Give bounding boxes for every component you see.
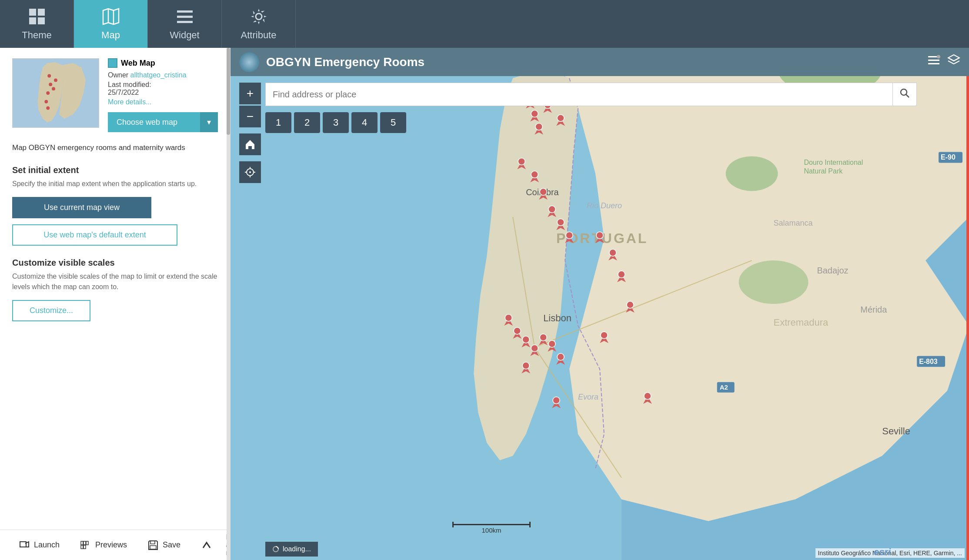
modified-line: Last modified: 25/7/2022 xyxy=(108,81,218,97)
svg-point-16 xyxy=(44,100,48,103)
home-button[interactable] xyxy=(239,133,261,155)
svg-text:A2: A2 xyxy=(720,383,728,391)
nav-map[interactable]: Map xyxy=(74,0,148,48)
svg-text:Mérida: Mérida xyxy=(860,305,887,314)
tab-1[interactable]: 1 xyxy=(265,112,291,133)
svg-point-88 xyxy=(557,219,564,226)
more-details-link[interactable]: More details... xyxy=(108,98,218,106)
launch-button[interactable]: Launch xyxy=(9,540,70,550)
zoom-in-button[interactable]: + xyxy=(239,83,261,104)
nav-widget-label: Widget xyxy=(170,30,199,41)
nav-attribute-label: Attribute xyxy=(241,30,277,41)
nav-widget[interactable]: Widget xyxy=(148,0,222,48)
scale-bar: 100km xyxy=(452,524,531,534)
tab-3[interactable]: 3 xyxy=(323,112,349,133)
svg-point-31 xyxy=(937,55,940,59)
svg-rect-6 xyxy=(177,10,193,13)
svg-text:E-90: E-90 xyxy=(941,153,956,161)
svg-text:E-803: E-803 xyxy=(919,358,938,365)
svg-line-128 xyxy=(906,94,909,97)
layers-icon-button[interactable] xyxy=(947,54,960,70)
list-icon-button[interactable] xyxy=(927,54,940,70)
nav-theme-label: Theme xyxy=(22,30,51,41)
svg-marker-33 xyxy=(948,58,959,61)
menu-toggle-button[interactable] xyxy=(191,540,222,550)
app-title: OBGYN Emergency Rooms xyxy=(266,55,920,69)
home-icon xyxy=(244,139,256,150)
search-button[interactable] xyxy=(892,83,916,106)
esri-logo: esri xyxy=(874,547,891,558)
svg-point-86 xyxy=(548,206,555,213)
main-area: Web Map Owner allthatgeo_cristina Last m… xyxy=(0,48,969,560)
previews-button[interactable]: Previews xyxy=(70,540,137,550)
chevron-up-icon xyxy=(201,540,212,550)
svg-point-127 xyxy=(901,89,907,95)
web-map-icon xyxy=(108,58,117,68)
svg-text:Douro International: Douro International xyxy=(804,159,863,166)
web-map-label: Web Map xyxy=(108,58,218,68)
owner-link[interactable]: allthatgeo_cristina xyxy=(130,71,187,79)
map-area[interactable]: OBGYN Emergency Rooms xyxy=(231,48,969,560)
scale-line xyxy=(452,524,531,525)
location-icon xyxy=(244,167,256,178)
svg-point-100 xyxy=(540,334,547,341)
map-info-section: Web Map Owner allthatgeo_cristina Last m… xyxy=(12,58,218,132)
choose-web-map-group: Choose web map ▾ xyxy=(108,112,218,132)
use-current-view-button[interactable]: Use current map view xyxy=(12,197,151,218)
svg-rect-23 xyxy=(86,541,88,545)
svg-rect-7 xyxy=(177,16,193,18)
svg-point-122 xyxy=(249,171,251,173)
scroll-thumb[interactable] xyxy=(227,48,230,135)
nav-theme[interactable]: Theme xyxy=(0,0,74,48)
svg-point-82 xyxy=(531,171,538,178)
svg-text:Natural Park: Natural Park xyxy=(804,167,842,175)
svg-point-42 xyxy=(739,260,809,304)
number-tabs: 1 2 3 4 5 xyxy=(265,112,406,133)
location-button[interactable] xyxy=(239,161,261,183)
choose-web-map-button[interactable]: Choose web map xyxy=(108,112,200,132)
svg-point-13 xyxy=(47,74,51,78)
loading-icon xyxy=(272,546,279,553)
svg-rect-3 xyxy=(38,17,45,24)
customize-button[interactable]: Customize... xyxy=(12,300,90,321)
use-default-extent-button[interactable]: Use web map's default extent xyxy=(12,224,177,246)
zoom-out-button[interactable]: − xyxy=(239,106,261,127)
nav-map-label: Map xyxy=(101,30,120,41)
map-details: Web Map Owner allthatgeo_cristina Last m… xyxy=(108,58,218,132)
svg-point-92 xyxy=(505,314,512,321)
search-input[interactable] xyxy=(266,84,892,105)
tab-4[interactable]: 4 xyxy=(351,112,378,133)
search-icon xyxy=(900,88,909,98)
svg-point-94 xyxy=(514,327,521,334)
set-extent-title: Set initial extent xyxy=(12,165,218,175)
launch-icon xyxy=(19,540,30,550)
svg-point-120 xyxy=(644,393,651,400)
svg-point-98 xyxy=(531,345,538,352)
svg-text:Salamanca: Salamanca xyxy=(774,219,813,227)
map-icon xyxy=(101,7,120,26)
set-extent-desc: Specify the initial map extent when the … xyxy=(12,179,218,189)
gear-icon xyxy=(249,7,268,26)
search-bar xyxy=(265,83,917,106)
svg-point-116 xyxy=(601,332,608,339)
svg-rect-1 xyxy=(38,9,45,16)
svg-point-18 xyxy=(54,78,57,82)
svg-point-112 xyxy=(618,271,625,278)
svg-point-41 xyxy=(726,156,778,191)
nav-attribute[interactable]: Attribute xyxy=(222,0,296,48)
svg-rect-21 xyxy=(81,541,83,545)
svg-text:Extremadura: Extremadura xyxy=(774,317,829,328)
map-description: Map OBGYN emergency rooms and maternity … xyxy=(12,143,218,153)
svg-marker-32 xyxy=(948,55,959,61)
svg-point-80 xyxy=(518,158,525,165)
svg-rect-24 xyxy=(81,545,83,549)
tab-5[interactable]: 5 xyxy=(380,112,406,133)
svg-line-34 xyxy=(948,61,954,64)
owner-line: Owner allthatgeo_cristina xyxy=(108,71,218,79)
tab-2[interactable]: 2 xyxy=(294,112,320,133)
svg-point-9 xyxy=(256,13,262,20)
bottom-bar: Launch Previews Sa xyxy=(0,530,230,560)
choose-web-map-arrow[interactable]: ▾ xyxy=(200,112,218,132)
panel-scrollbar[interactable] xyxy=(227,48,230,560)
save-button[interactable]: Save xyxy=(137,540,191,550)
